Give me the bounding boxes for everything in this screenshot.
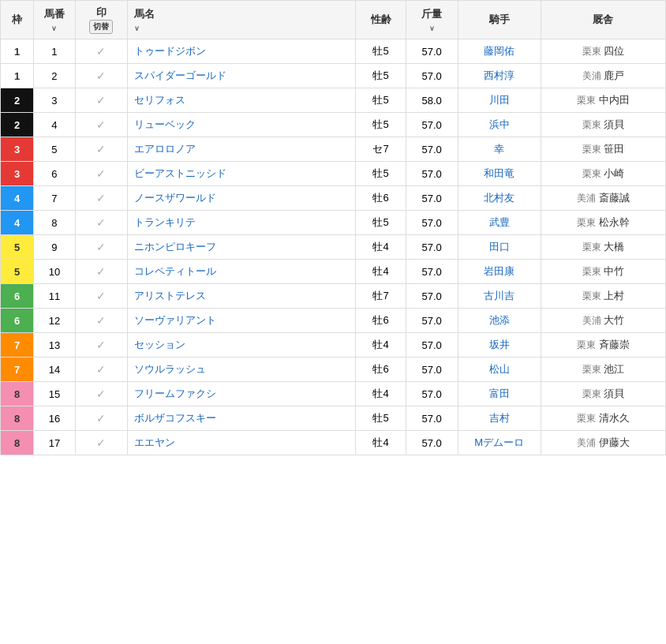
kishu-link[interactable]: 西村淳 [484, 69, 514, 81]
trainer-name: 須貝 [604, 388, 624, 399]
kishu-link[interactable]: 浜中 [489, 118, 510, 130]
shirushi-cell[interactable]: ✓ [75, 137, 127, 162]
table-row: 48✓トランキリテ牡557.0武豊栗東 松永幹 [1, 211, 666, 235]
kishu-link[interactable]: 池添 [489, 314, 510, 326]
shirushi-cell[interactable]: ✓ [75, 113, 127, 137]
waku-cell: 5 [1, 235, 34, 260]
trainer-name: 須貝 [604, 118, 624, 130]
trainer-area: 栗東 [577, 413, 596, 424]
table-row: 35✓エアロロノアセ757.0幸栗東 笹田 [1, 137, 666, 162]
shirushi-cell[interactable]: ✓ [75, 382, 127, 406]
shirushi-cell[interactable]: ✓ [75, 333, 127, 358]
trainer-area: 栗東 [582, 46, 601, 57]
kishu-link[interactable]: 和田竜 [484, 167, 514, 179]
table-row: 24✓リューベック牡557.0浜中栗東 須貝 [1, 113, 666, 137]
kishu-link[interactable]: 富田 [489, 388, 510, 399]
umaban-sort-arrow[interactable]: ∨ [51, 24, 57, 32]
shirushi-cell[interactable]: ✓ [75, 284, 127, 309]
kishu-link[interactable]: 武豊 [489, 216, 510, 228]
kishu-cell: 和田竜 [458, 162, 541, 186]
waku-cell: 1 [1, 39, 34, 64]
kishu-link[interactable]: 古川吉 [484, 290, 514, 301]
kishu-link[interactable]: 幸 [494, 143, 504, 155]
check-icon: ✓ [96, 216, 106, 229]
kishu-link[interactable]: 岩田康 [484, 265, 514, 277]
umaban-cell: 5 [34, 137, 76, 162]
kishu-cell: 田口 [458, 235, 541, 260]
umaname-link[interactable]: ノースザワールド [134, 192, 216, 204]
umaname-link[interactable]: アリストテレス [134, 290, 206, 301]
seirei-cell: 牡4 [356, 431, 406, 455]
shirushi-cell[interactable]: ✓ [75, 260, 127, 284]
waku-cell: 6 [1, 284, 34, 309]
umaname-link[interactable]: エアロロノア [134, 143, 196, 155]
shirushi-cell[interactable]: ✓ [75, 186, 127, 211]
umaname-link[interactable]: コレペティトール [134, 265, 216, 277]
umaname-cell: コレペティトール [127, 260, 356, 284]
shirushi-cell[interactable]: ✓ [75, 309, 127, 333]
kishu-link[interactable]: 藤岡佑 [484, 45, 514, 57]
kinryo-sort-arrow[interactable]: ∨ [429, 24, 435, 32]
waku-cell: 7 [1, 358, 34, 382]
trainer-area: 栗東 [582, 290, 601, 301]
shirushi-cell[interactable]: ✓ [75, 211, 127, 235]
seirei-cell: 牡5 [356, 39, 406, 64]
umaname-link[interactable]: フリームファクシ [134, 388, 216, 399]
kishu-cell: 岩田康 [458, 260, 541, 284]
umaname-link[interactable]: トゥードジボン [134, 45, 206, 57]
shirushi-cell[interactable]: ✓ [75, 235, 127, 260]
umaname-link[interactable]: ボルザコフスキー [134, 412, 216, 424]
umaname-cell: エアロロノア [127, 137, 356, 162]
kishu-link[interactable]: 松山 [489, 363, 510, 375]
check-icon: ✓ [96, 363, 106, 376]
kinryo-cell: 57.0 [406, 333, 458, 358]
trainer-area: 美浦 [582, 315, 601, 326]
trainer-cell: 美浦 大竹 [541, 309, 665, 333]
shirushi-cell[interactable]: ✓ [75, 406, 127, 431]
header-umaname: 馬名 ∨ [127, 1, 356, 39]
kishu-cell: 川田 [458, 88, 541, 113]
shirushi-cell[interactable]: ✓ [75, 64, 127, 88]
umaname-cell: トランキリテ [127, 211, 356, 235]
check-icon: ✓ [96, 192, 106, 204]
shirushi-cell[interactable]: ✓ [75, 39, 127, 64]
umaname-link[interactable]: ソーヴァリアント [134, 314, 216, 326]
kishu-link[interactable]: 北村友 [484, 192, 514, 204]
umaname-link[interactable]: セリフォス [134, 94, 185, 106]
umaname-link[interactable]: セッション [134, 339, 185, 350]
header-kinryo: 斤量 ∨ [406, 1, 458, 39]
waku-cell: 6 [1, 309, 34, 333]
umaname-link[interactable]: ビーアストニッシド [134, 167, 226, 179]
kishu-cell: 吉村 [458, 406, 541, 431]
umaname-link[interactable]: スパイダーゴールド [134, 69, 226, 81]
shirushi-cell[interactable]: ✓ [75, 88, 127, 113]
trainer-cell: 美浦 鹿戸 [541, 64, 665, 88]
kishu-link[interactable]: Mデムーロ [474, 436, 524, 448]
umaban-cell: 1 [34, 39, 76, 64]
umaname-link[interactable]: トランキリテ [134, 216, 196, 228]
umaname-link[interactable]: リューベック [134, 118, 196, 130]
table-row: 11✓トゥードジボン牡557.0藤岡佑栗東 四位 [1, 39, 666, 64]
kishu-link[interactable]: 坂井 [489, 339, 510, 350]
kishu-link[interactable]: 川田 [489, 94, 510, 106]
seirei-cell: 牡6 [356, 309, 406, 333]
shirushi-cell[interactable]: ✓ [75, 431, 127, 455]
kishu-link[interactable]: 吉村 [489, 412, 510, 424]
umaname-cell: ソーヴァリアント [127, 309, 356, 333]
umaname-link[interactable]: ニホンピロキーフ [134, 241, 216, 253]
umaban-cell: 15 [34, 382, 76, 406]
trainer-name: 小崎 [604, 167, 624, 179]
umaname-link[interactable]: ソウルラッシュ [134, 363, 206, 375]
waku-cell: 3 [1, 137, 34, 162]
check-icon: ✓ [96, 314, 106, 327]
umaname-cell: ボルザコフスキー [127, 406, 356, 431]
table-row: 713✓セッション牡457.0坂井栗東 斉藤崇 [1, 333, 666, 358]
shirushi-cell[interactable]: ✓ [75, 162, 127, 186]
waku-cell: 4 [1, 211, 34, 235]
shirushi-switch-button[interactable]: 切替 [89, 20, 113, 34]
trainer-area: 栗東 [577, 95, 596, 106]
shirushi-cell[interactable]: ✓ [75, 358, 127, 382]
umaname-sort-arrow[interactable]: ∨ [134, 24, 140, 32]
umaname-link[interactable]: エエヤン [134, 436, 175, 448]
kishu-link[interactable]: 田口 [489, 241, 510, 253]
